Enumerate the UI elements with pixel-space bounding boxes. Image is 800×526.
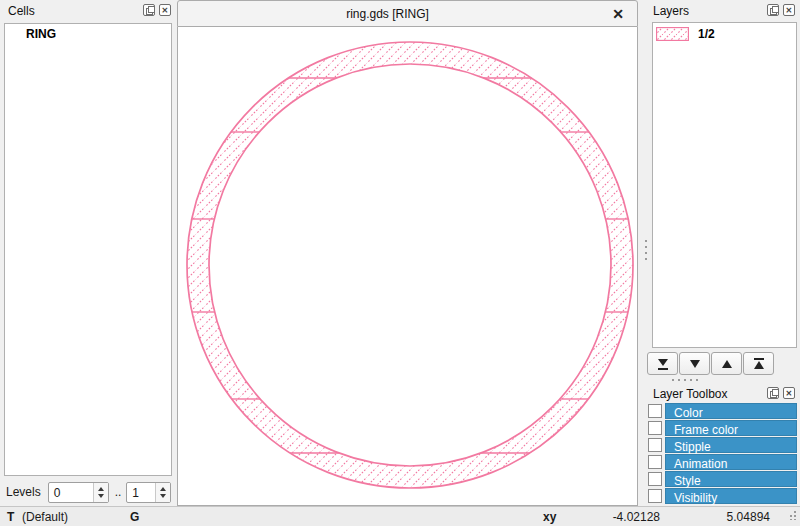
cells-tree[interactable]: RING (4, 23, 172, 476)
layers-list[interactable]: 1/2 (652, 22, 797, 348)
toolbox-row-label[interactable]: Style (665, 471, 797, 487)
spinner-arrows[interactable] (155, 483, 170, 502)
move-layer-to-bottom-button[interactable] (647, 352, 678, 375)
toolbox-row-visibility[interactable]: Visibility (648, 488, 797, 504)
layers-panel-header: Layers (645, 0, 800, 22)
toolbox-checkbox[interactable] (648, 472, 662, 486)
layer-name: 1/2 (698, 27, 715, 41)
levels-row: Levels 0 .. 1 (0, 479, 176, 505)
transform-value: (Default) (22, 510, 68, 524)
levels-range-separator: .. (115, 485, 122, 499)
close-panel-icon[interactable] (783, 4, 795, 16)
layer-move-buttons (647, 352, 774, 375)
cells-panel-title: Cells (8, 4, 35, 18)
layout-tab-bar: ring.gds [RING] ✕ (177, 0, 638, 27)
tab-close-icon[interactable]: ✕ (609, 5, 627, 23)
move-layer-to-top-button[interactable] (743, 352, 774, 375)
toolbox-row-label[interactable]: Visibility (665, 488, 797, 504)
toolbox-row-style[interactable]: Style (648, 471, 797, 487)
levels-label: Levels (6, 485, 41, 499)
toolbox-row-frame-color[interactable]: Frame color (648, 420, 797, 436)
toolbox-row-animation[interactable]: Animation (648, 454, 797, 470)
cursor-x-value: -4.02128 (570, 510, 660, 524)
layout-tab-title[interactable]: ring.gds [RING] (178, 7, 597, 21)
layer-toolbox-title: Layer Toolbox (653, 387, 728, 401)
layer-toolbox-header: Layer Toolbox (645, 383, 800, 405)
level-from-value[interactable]: 0 (49, 483, 93, 502)
resize-grip[interactable] (787, 510, 797, 520)
cursor-y-value: 5.04894 (680, 510, 770, 524)
toolbox-row-label[interactable]: Color (665, 403, 797, 419)
level-to-value[interactable]: 1 (127, 483, 155, 502)
float-panel-icon[interactable] (767, 387, 779, 399)
level-to-spinner[interactable]: 1 (126, 482, 171, 503)
cell-item-ring[interactable]: RING (5, 24, 171, 43)
cells-panel-header: Cells (0, 0, 176, 22)
level-from-spinner[interactable]: 0 (48, 482, 109, 503)
toolbox-row-label[interactable]: Animation (665, 454, 797, 470)
layout-canvas[interactable] (177, 27, 638, 506)
toolbox-checkbox[interactable] (648, 438, 662, 452)
toolbox-row-stipple[interactable]: Stipple (648, 437, 797, 453)
layers-panel-title: Layers (653, 4, 689, 18)
layer-row[interactable]: 1/2 (653, 23, 796, 41)
toolbox-checkbox[interactable] (648, 421, 662, 435)
grid-indicator: G (130, 510, 139, 524)
float-panel-icon[interactable] (767, 4, 779, 16)
horizontal-splitter-handle[interactable] (672, 378, 698, 381)
toolbox-checkbox[interactable] (648, 489, 662, 503)
toolbox-row-label[interactable]: Stipple (665, 437, 797, 453)
status-bar: T (Default) G xy -4.02128 5.04894 (0, 506, 800, 526)
close-panel-icon[interactable] (159, 4, 171, 16)
toolbox-row-color[interactable]: Color (648, 403, 797, 419)
close-panel-icon[interactable] (783, 387, 795, 399)
layer-stipple-swatch[interactable] (656, 27, 689, 41)
float-panel-icon[interactable] (143, 4, 155, 16)
transform-indicator: T (7, 510, 14, 524)
layer-toolbox-rows: Color Frame color Stipple Animation Styl… (648, 403, 797, 505)
vertical-splitter-handle[interactable] (644, 240, 647, 264)
spinner-arrows[interactable] (93, 483, 108, 502)
xy-label: xy (543, 510, 556, 524)
move-layer-up-button[interactable] (711, 352, 742, 375)
toolbox-checkbox[interactable] (648, 455, 662, 469)
move-layer-down-button[interactable] (679, 352, 710, 375)
klayout-window: Cells RING Levels 0 .. 1 ring.gds [RING]… (0, 0, 800, 526)
ring-drawing (178, 27, 637, 504)
toolbox-checkbox[interactable] (648, 404, 662, 418)
toolbox-row-label[interactable]: Frame color (665, 420, 797, 436)
